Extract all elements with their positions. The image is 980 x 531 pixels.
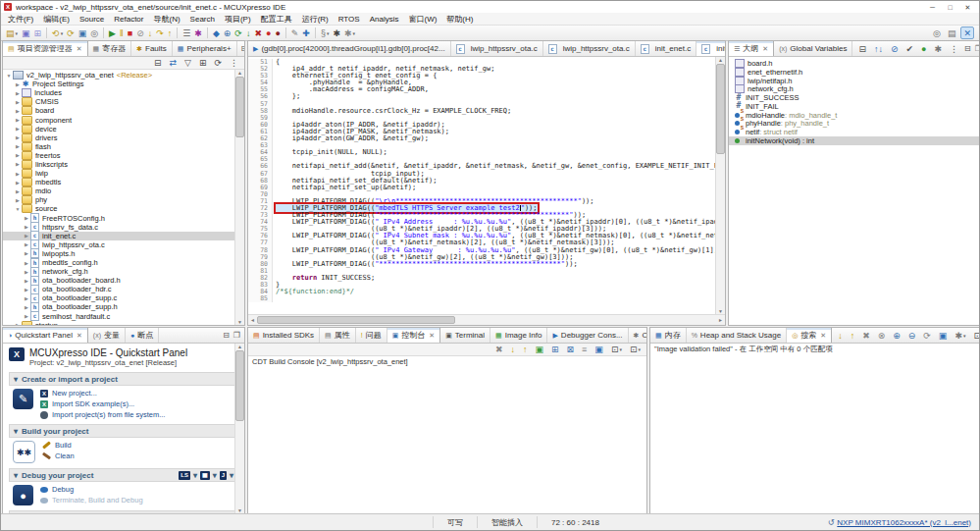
quick-access-search-icon[interactable]: ◎ xyxy=(931,27,943,39)
tab-installed-sdks[interactable]: ▤Installed SDKs xyxy=(248,328,320,343)
menu-e[interactable]: 编辑(E) xyxy=(38,14,75,25)
collapse-all-icon[interactable]: ⊟ xyxy=(856,43,868,55)
clear-console-icon[interactable]: ✖ xyxy=(493,344,505,355)
tree-item[interactable]: ▶drivers xyxy=(3,133,244,142)
jlink-debug-button[interactable]: J xyxy=(220,471,227,480)
expand-arrow-icon[interactable]: ▶ xyxy=(14,197,22,203)
tree-item[interactable]: ▶freertos xyxy=(3,151,244,160)
editor-scrollbar[interactable]: ▲▼ xyxy=(715,57,725,314)
previous-match-icon[interactable]: ↑ xyxy=(849,330,857,342)
history-icon[interactable]: ⊡ xyxy=(971,330,979,342)
remove-all-icon[interactable]: ⊗ xyxy=(876,330,888,342)
tab-debugger-cons-[interactable]: ▶Debugger Cons... xyxy=(547,328,628,343)
tab-peripherals-[interactable]: ▦Peripherals+ xyxy=(173,41,237,56)
expand-arrow-icon[interactable]: ▶ xyxy=(23,250,30,256)
tree-item[interactable]: ▶board xyxy=(3,106,244,115)
code-line[interactable]: 55 .macAddress = configMAC_ADDR, xyxy=(248,86,725,93)
code-line[interactable]: 82 return INIT_SUCCESS; xyxy=(248,275,725,282)
tab--[interactable]: ▣控制台✕ xyxy=(387,328,441,343)
expand-arrow-icon[interactable]: ▶ xyxy=(23,287,30,292)
download-icon[interactable]: ↓ xyxy=(244,27,253,39)
pin-search-icon[interactable]: ▣ xyxy=(937,330,950,342)
menu-p[interactable]: 项目(P) xyxy=(220,14,256,25)
sort-icon[interactable]: ↑↓ xyxy=(872,43,885,55)
outline-item[interactable]: board.h xyxy=(729,59,979,68)
outline-item[interactable]: SmdioHandle : mdio_handle_t xyxy=(729,111,979,120)
tab--[interactable]: ◎搜索✕ xyxy=(787,328,832,343)
tree-item[interactable]: ▶component xyxy=(3,115,244,124)
tab--[interactable]: ▦内存 xyxy=(650,328,687,343)
show-stdout-icon[interactable]: ≡ xyxy=(580,344,589,355)
settings-a-icon[interactable]: ✱ xyxy=(331,27,342,39)
section-header-build-your-project[interactable]: ▾Build your project xyxy=(9,424,238,438)
tree-item[interactable]: ▶mbedtls xyxy=(3,178,244,186)
filter-icon[interactable]: ▽ xyxy=(182,57,193,69)
disconnect-icon[interactable]: ⊘ xyxy=(134,27,146,39)
filters-icon[interactable]: ✱▾ xyxy=(953,330,967,342)
build-icon[interactable]: ⊕ xyxy=(222,27,233,39)
minimize-panel-icon[interactable]: ⊟ xyxy=(241,44,244,53)
expand-arrow-icon[interactable]: ▶ xyxy=(14,152,22,158)
dropdown-arrow-icon[interactable]: ▾ xyxy=(230,471,233,480)
tree-item[interactable]: ▶CMSIS xyxy=(3,97,244,106)
tab-global-variables[interactable]: (x)Global Variables xyxy=(774,41,852,56)
link-with-editor-icon[interactable]: ⇄ xyxy=(167,57,179,69)
view-menu-icon[interactable]: ⋮ xyxy=(228,57,240,69)
menu-w[interactable]: 窗口(W) xyxy=(403,14,441,25)
tab-init-enet-c[interactable]: cinit_enet.c✕ xyxy=(696,41,725,56)
expand-arrow-icon[interactable]: ▶ xyxy=(14,90,22,96)
console-output[interactable] xyxy=(248,368,646,513)
expand-arrow-icon[interactable]: ▶ xyxy=(14,117,22,123)
menu-analysis[interactable]: Analysis xyxy=(365,15,404,24)
new-c-project-icon[interactable]: ◆ xyxy=(211,27,222,39)
code-line[interactable]: 84/*${function:end}*/ xyxy=(248,289,725,295)
pin-console-icon[interactable]: ▣ xyxy=(593,344,605,355)
section-header-debug-your-project[interactable]: ▾Debug your projectLS▾▦▾J▾ xyxy=(9,468,238,482)
link-editor-icon[interactable]: ✎ xyxy=(289,27,301,39)
terminate-icon[interactable]: ■ xyxy=(126,27,134,39)
tree-item[interactable]: ▼v2_lwip_httpssrv_ota_enet <Release> xyxy=(3,71,244,80)
expand-arrow-icon[interactable]: ▶ xyxy=(23,278,30,284)
code-line[interactable]: 69 netifapi_netif_set_up(&netif); xyxy=(248,185,725,191)
expand-arrow-icon[interactable]: ▶ xyxy=(14,99,22,105)
collapse-all-icon[interactable]: ⊖ xyxy=(906,330,918,342)
expand-arrow-icon[interactable]: ▶ xyxy=(23,260,30,266)
code-line[interactable]: 56 }; xyxy=(248,93,725,100)
search-icon[interactable]: ◎ xyxy=(88,27,100,39)
menu-rtos[interactable]: RTOS xyxy=(334,15,365,24)
expand-arrow-icon[interactable]: ▶ xyxy=(23,295,30,301)
redo-icon[interactable]: ⟳ xyxy=(65,27,77,39)
tab--gdb-0-proc-42000-threadgroup-i1-gdb-0-proc-42-[interactable]: ▶(gdb[0].proc[42000].threadGroup[i1].gdb… xyxy=(248,41,451,56)
code-line[interactable]: 85 xyxy=(248,295,725,302)
outline-item[interactable]: SphyHandle : phy_handle_t xyxy=(729,120,979,129)
tab--[interactable]: ▤属性 xyxy=(320,328,356,343)
code-line[interactable]: 58 mdioHandle.resource.csrClock_Hz = EXA… xyxy=(248,108,725,115)
step-return-icon[interactable]: ↑ xyxy=(166,27,175,39)
link-import-sdk-example-s-[interactable]: XImport SDK example(s)... xyxy=(40,399,165,408)
outline-item[interactable]: lwip/netifapi.h xyxy=(729,77,979,85)
tab-lwip-httpssrv-ota-c[interactable]: clwip_httpssrv_ota.c xyxy=(451,41,543,56)
pin-icon[interactable]: ✚ xyxy=(300,27,312,39)
tree-scrollbar[interactable]: ▲▼ xyxy=(234,70,244,325)
tree-item[interactable]: ▶startup xyxy=(3,321,244,325)
tree-item[interactable]: ▶phy xyxy=(3,195,244,204)
close-tab-icon[interactable]: ✕ xyxy=(820,332,826,340)
tab-quickstart-panel[interactable]: ◑Quickstart Panel✕ xyxy=(3,328,88,343)
menu-f[interactable]: 文件(F) xyxy=(3,14,38,25)
open-console-icon[interactable]: ▣ xyxy=(77,27,89,39)
expand-arrow-icon[interactable]: ▶ xyxy=(23,215,30,221)
save-icon[interactable]: ▣ xyxy=(20,27,32,39)
outline-item[interactable]: initNetwork(void) : int xyxy=(729,136,979,145)
remove-match-icon[interactable]: ✖ xyxy=(860,330,872,342)
expand-arrow-icon[interactable]: ▶ xyxy=(14,171,22,177)
tab--[interactable]: ●断点 xyxy=(126,328,159,343)
expand-arrow-icon[interactable]: ▶ xyxy=(14,143,22,149)
close-button[interactable]: ✕ xyxy=(959,2,976,13)
settings-b-icon[interactable]: ✱▾ xyxy=(342,27,357,39)
expand-arrow-icon[interactable]: ▶ xyxy=(23,224,30,230)
new-wizard-icon[interactable]: ▤▾ xyxy=(4,27,20,39)
menu-refactor[interactable]: Refactor xyxy=(109,15,148,24)
next-match-icon[interactable]: ↓ xyxy=(836,330,845,342)
tab--[interactable]: ▤项目资源管理器✕ xyxy=(3,41,88,56)
menu-h[interactable]: 帮助(H) xyxy=(441,14,478,25)
